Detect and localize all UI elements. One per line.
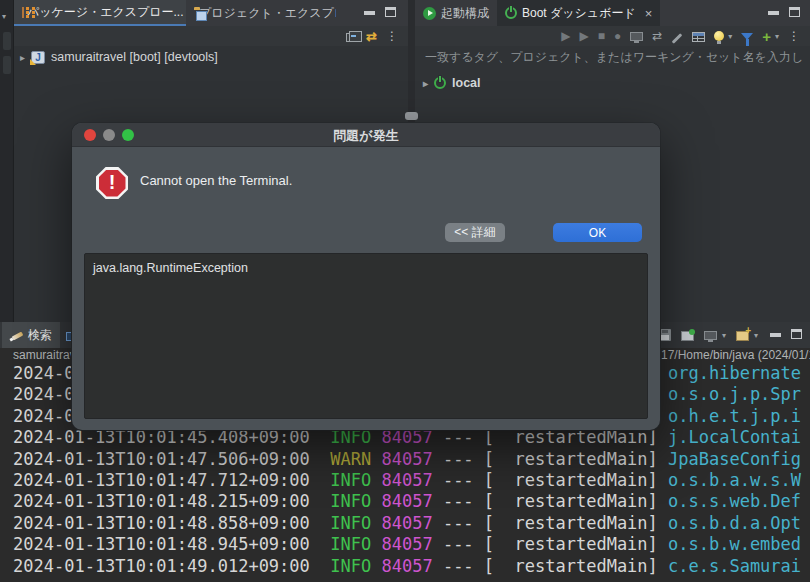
log-line: 2024-01-13T10:01:48.215+09:00 INFO 84057… [13, 491, 810, 512]
properties-table-icon[interactable] [692, 32, 705, 42]
launch-config-icon [423, 7, 436, 20]
tab-launch-configurations[interactable]: 起動構成 [415, 0, 497, 26]
maximize-icon[interactable] [791, 329, 802, 339]
save-console-icon[interactable] [659, 329, 671, 341]
start-icon[interactable]: ▶ [561, 30, 570, 42]
trim-fastview-handle2[interactable] [3, 56, 11, 74]
dropdown-icon[interactable]: ▾ [728, 32, 732, 41]
tab-boot-dashboard[interactable]: Boot ダッシュボード × [497, 0, 660, 26]
ok-button[interactable]: OK [553, 223, 642, 242]
link-icon[interactable]: ⇄ [652, 30, 662, 42]
log-line: 2024-01-13T10:01:47.712+09:00 INFO 84057… [13, 470, 810, 491]
pie-icon[interactable]: ● [614, 30, 621, 42]
dropdown-icon[interactable]: ▾ [722, 331, 726, 340]
lightbulb-icon[interactable] [714, 31, 724, 41]
left-tabstrip: パッケージ・エクスプロー... × プロジェクト・エクスプロ... [14, 0, 408, 26]
tab-project-explorer[interactable]: プロジェクト・エクスプロ... [186, 0, 336, 26]
stop-icon[interactable]: ■ [598, 30, 605, 42]
local-label: local [452, 76, 481, 90]
trim-fastview-handle[interactable] [3, 32, 11, 50]
dialog-title: 問題が発生 [72, 127, 660, 145]
open-console-monitor-icon[interactable] [630, 32, 643, 41]
dialog-message: Cannot open the Terminal. [140, 173, 292, 188]
maximize-icon[interactable] [385, 7, 396, 17]
right-panel-window-controls [768, 7, 800, 17]
sash-handle[interactable] [405, 112, 418, 120]
left-trim-bar: ▾ [0, 0, 14, 322]
console-title-right: 17/Home/bin/java (2024/01/1 [661, 348, 810, 362]
eclipse-workbench: ▾ パッケージ・エクスプロー... × プロジェクト・エクスプロ... ⇄ ⋮ [0, 0, 810, 582]
dashboard-filter-input[interactable] [425, 48, 803, 66]
edit-config-pencil-icon[interactable] [672, 33, 683, 44]
tab-search[interactable]: 検索 [2, 322, 60, 348]
tab-label: Boot ダッシュボード [522, 5, 636, 22]
view-menu-icon[interactable]: ⋮ [788, 30, 800, 42]
error-dialog: 問題が発生 ! Cannot open the Terminal. << 詳細 … [72, 123, 660, 430]
log-line: 2024-01-13T10:01:48.945+09:00 INFO 84057… [13, 534, 810, 555]
chevron-right-icon[interactable]: ▸ [20, 52, 25, 63]
tree-item-samuraitravel[interactable]: ▸ J samuraitravel [boot] [devtools] [20, 50, 218, 64]
maximize-icon[interactable] [789, 7, 800, 17]
trim-dropdown-icon[interactable]: ▾ [2, 12, 6, 21]
tab-label: 起動構成 [441, 5, 489, 22]
tree-item-local[interactable]: ▸ local [423, 76, 481, 90]
view-menu-icon[interactable]: ⋮ [386, 30, 398, 42]
dropdown-icon[interactable]: ▾ [775, 32, 779, 41]
close-icon[interactable]: × [645, 6, 653, 21]
tab-label: パッケージ・エクスプロー... [27, 4, 184, 21]
right-tabstrip: 起動構成 Boot ダッシュボード × [415, 0, 810, 26]
dropdown-icon[interactable]: ▾ [754, 331, 758, 340]
filter-funnel-icon[interactable] [741, 33, 753, 40]
console-toolbar: ▾ ▾ [659, 322, 758, 348]
log-line: 2024-01-13T10:01:48.858+09:00 INFO 84057… [13, 513, 810, 534]
project-label: samuraitravel [boot] [devtools] [51, 50, 218, 64]
log-line: 2024-01-13T10:01:45.408+09:00 INFO 84057… [13, 427, 810, 448]
tab-label: プロジェクト・エクスプロ... [199, 5, 336, 22]
open-console-icon[interactable] [736, 331, 749, 341]
search-pen-icon [10, 329, 23, 342]
local-power-icon [434, 77, 446, 89]
package-explorer-toolbar: ⇄ ⋮ [14, 26, 408, 46]
minimize-icon[interactable] [768, 11, 779, 15]
display-selected-console-icon[interactable] [704, 331, 717, 340]
debug-start-icon[interactable]: ▶ [579, 30, 588, 42]
boot-dashboard-toolbar: ▶ ▶ ■ ● ⇄ ▾ + ▾ ⋮ [415, 26, 810, 46]
minimize-icon[interactable] [770, 333, 781, 337]
console-window-controls [770, 329, 802, 339]
boot-power-icon [505, 7, 517, 19]
minimize-icon[interactable] [364, 11, 375, 15]
pin-console-icon[interactable] [681, 331, 694, 341]
log-line: 2024-01-13T10:01:47.506+09:00 WARN 84057… [13, 449, 810, 470]
error-icon: ! [96, 167, 128, 199]
log-line: 2024-01-13T10:01:49.012+09:00 INFO 84057… [13, 556, 810, 577]
tab-label: 検索 [28, 327, 52, 344]
exception-detail-box[interactable]: java.lang.RuntimeException [84, 253, 648, 419]
tab-package-explorer[interactable]: パッケージ・エクスプロー... × [14, 0, 186, 26]
left-panel-window-controls [364, 7, 396, 17]
dialog-titlebar[interactable]: 問題が発生 [72, 123, 660, 147]
add-icon[interactable]: + [762, 29, 771, 44]
collapse-all-icon[interactable] [346, 33, 357, 42]
java-project-icon: J [31, 51, 45, 64]
chevron-right-icon[interactable]: ▸ [423, 78, 428, 89]
console-title-left: samuraitrav [13, 348, 76, 362]
details-button[interactable]: << 詳細 [445, 223, 505, 242]
link-with-editor-icon[interactable]: ⇄ [366, 30, 377, 43]
